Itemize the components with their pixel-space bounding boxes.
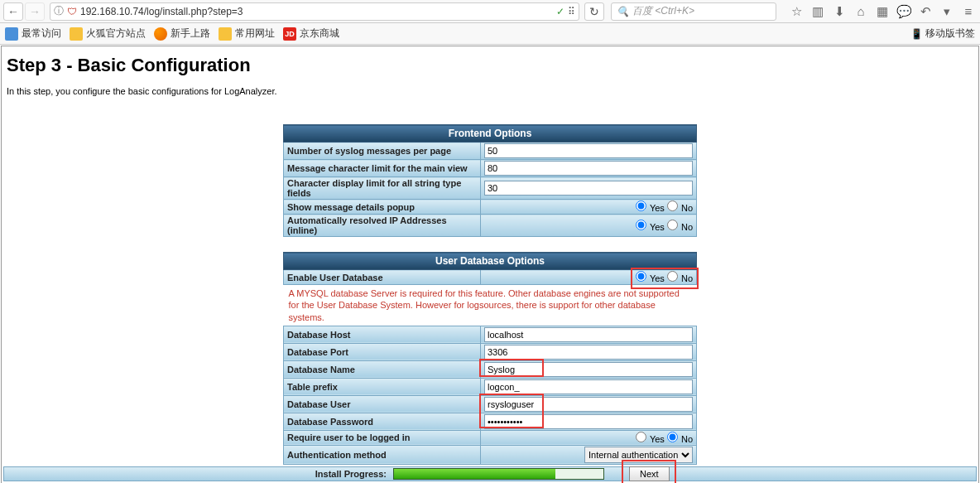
msg-limit-label: Message character limit for the main vie… bbox=[284, 160, 481, 177]
progress-label: Install Progress: bbox=[4, 469, 393, 479]
num-msgs-input[interactable] bbox=[484, 143, 693, 158]
qr-icon[interactable]: ⠿ bbox=[568, 6, 575, 17]
forward-button: → bbox=[25, 2, 45, 21]
db-port-label: Database Port bbox=[284, 343, 481, 360]
db-host-input[interactable] bbox=[484, 327, 693, 342]
reload-button[interactable]: ↻ bbox=[584, 2, 604, 21]
chat-icon[interactable]: 💬 bbox=[896, 3, 912, 20]
back-button[interactable]: ← bbox=[3, 2, 23, 21]
char-limit-input[interactable] bbox=[484, 181, 693, 196]
folder-icon bbox=[219, 27, 232, 41]
install-progress-bar: Install Progress: Next bbox=[3, 466, 977, 481]
bookmark-icon bbox=[5, 27, 18, 41]
verified-icon: ✓ bbox=[556, 6, 564, 17]
bookmark-item[interactable]: 新手上路 bbox=[154, 27, 210, 41]
require-login-label: Require user to be logged in bbox=[284, 430, 481, 445]
auth-method-select[interactable]: Internal authentication bbox=[584, 447, 693, 463]
progress-track bbox=[393, 468, 604, 480]
db-name-input[interactable] bbox=[484, 362, 693, 377]
db-host-label: Database Host bbox=[284, 326, 481, 343]
toolbar-icons: ☆ ▥ ⬇ ⌂ ▦ 💬 ↶ ▾ ≡ bbox=[788, 3, 977, 20]
char-limit-label: Character display limit for all string t… bbox=[284, 177, 481, 200]
frontend-options-table: Frontend Options Number of syslog messag… bbox=[283, 124, 697, 237]
search-icon: 🔍 bbox=[617, 6, 629, 17]
star-icon[interactable]: ☆ bbox=[788, 3, 805, 20]
bookmark-item[interactable]: 最常访问 bbox=[5, 27, 61, 41]
browser-nav-bar: ← → ⓘ 🛡 192.168.10.74/log/install.php?st… bbox=[0, 0, 980, 23]
grid-icon[interactable]: ▦ bbox=[874, 3, 891, 20]
db-pass-input[interactable] bbox=[484, 414, 693, 429]
progress-fill bbox=[394, 469, 555, 479]
enable-db-no[interactable] bbox=[667, 271, 678, 282]
next-button[interactable]: Next bbox=[629, 466, 670, 481]
mobile-icon: 📱 bbox=[910, 28, 923, 40]
db-prefix-label: Table prefix bbox=[284, 378, 481, 395]
auto-resolve-label: Automatically resolved IP Addresses (inl… bbox=[284, 215, 481, 237]
enable-db-label: Enable User Database bbox=[284, 270, 481, 285]
require-login-no[interactable] bbox=[667, 432, 678, 442]
db-name-label: Database Name bbox=[284, 360, 481, 378]
folder-icon bbox=[70, 27, 83, 41]
page-description: In this step, you configure the basic co… bbox=[7, 86, 973, 96]
undo-icon[interactable]: ↶ bbox=[917, 3, 934, 20]
jd-icon: JD bbox=[283, 27, 296, 41]
auth-method-label: Authentication method bbox=[284, 445, 481, 464]
library-icon[interactable]: ▥ bbox=[809, 3, 826, 20]
db-user-label: Database User bbox=[284, 395, 481, 413]
userdb-note: A MYSQL database Server is required for … bbox=[284, 285, 697, 326]
shield-icon: 🛡 bbox=[67, 6, 77, 17]
userdb-options-table: User Database Options Enable User Databa… bbox=[283, 252, 697, 465]
db-prefix-input[interactable] bbox=[484, 379, 693, 394]
show-popup-yes[interactable] bbox=[636, 200, 646, 211]
auto-resolve-yes[interactable] bbox=[636, 220, 646, 230]
search-box[interactable]: 🔍 百度 <Ctrl+K> bbox=[611, 2, 776, 21]
mobile-bookmarks[interactable]: 📱移动版书签 bbox=[910, 27, 975, 41]
db-user-input[interactable] bbox=[484, 397, 693, 412]
bookmarks-bar: 最常访问 火狐官方站点 新手上路 常用网址 JD京东商城 📱移动版书签 bbox=[0, 23, 980, 45]
bookmark-item[interactable]: 常用网址 bbox=[219, 27, 275, 41]
search-placeholder: 百度 <Ctrl+K> bbox=[632, 4, 694, 18]
msg-limit-input[interactable] bbox=[484, 161, 693, 176]
home-icon[interactable]: ⌂ bbox=[853, 3, 869, 20]
bookmark-item[interactable]: 火狐官方站点 bbox=[70, 27, 146, 41]
url-text: 192.168.10.74/log/install.php?step=3 bbox=[80, 6, 553, 17]
auto-resolve-no[interactable] bbox=[667, 220, 678, 230]
firefox-icon bbox=[154, 27, 167, 41]
enable-db-yes[interactable] bbox=[636, 271, 646, 282]
frontend-header: Frontend Options bbox=[284, 125, 697, 142]
db-port-input[interactable] bbox=[484, 345, 693, 360]
page-content: Step 3 - Basic Configuration In this ste… bbox=[1, 46, 979, 483]
menu-icon[interactable]: ≡ bbox=[960, 3, 977, 20]
bookmark-item[interactable]: JD京东商城 bbox=[283, 27, 339, 41]
info-icon: ⓘ bbox=[54, 4, 64, 18]
dropdown-icon[interactable]: ▾ bbox=[939, 3, 955, 20]
db-pass-label: Database Password bbox=[284, 413, 481, 430]
page-title: Step 3 - Basic Configuration bbox=[7, 55, 973, 76]
num-msgs-label: Number of syslog messages per page bbox=[284, 142, 481, 160]
userdb-header: User Database Options bbox=[284, 253, 697, 270]
show-popup-no[interactable] bbox=[667, 200, 678, 211]
require-login-yes[interactable] bbox=[636, 432, 646, 442]
show-popup-label: Show message details popup bbox=[284, 200, 481, 215]
download-icon[interactable]: ⬇ bbox=[831, 3, 848, 20]
address-bar[interactable]: ⓘ 🛡 192.168.10.74/log/install.php?step=3… bbox=[50, 2, 579, 21]
